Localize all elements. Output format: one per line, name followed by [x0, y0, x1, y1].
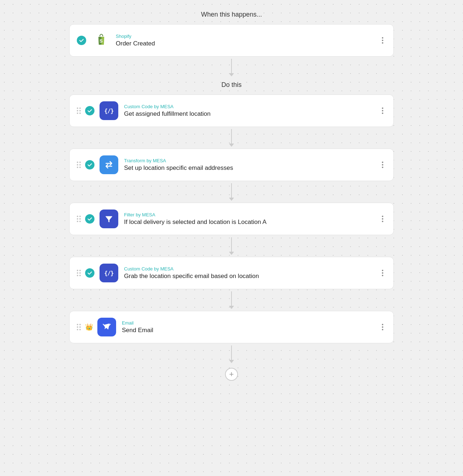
- menu-dot: [382, 275, 383, 276]
- menu-dot: [382, 42, 383, 44]
- card-title: Grab the location specific email based o…: [124, 273, 379, 280]
- card-text: EmailSend Email: [122, 320, 379, 334]
- menu-dot: [382, 216, 383, 217]
- menu-dot: [382, 218, 383, 220]
- steps-container: {/}Custom Code by MESAGet assigned fulfi…: [69, 94, 394, 365]
- arrow-line: [231, 345, 232, 360]
- arrow-line: [231, 237, 232, 252]
- arrow-head: [229, 198, 234, 201]
- trigger-card-menu[interactable]: [379, 34, 386, 47]
- menu-dot: [382, 324, 383, 325]
- check-icon: [87, 162, 92, 167]
- arrow-connector-4: [229, 289, 234, 311]
- shopify-icon: S: [91, 31, 110, 50]
- code-icon: {/}: [100, 264, 118, 282]
- card-text: Custom Code by MESAGet assigned fulfillm…: [124, 104, 379, 118]
- card-title: Set up location specific email addresses: [124, 164, 379, 172]
- menu-dot: [382, 40, 383, 41]
- card-title: If local delivery is selected and locati…: [124, 219, 379, 226]
- menu-dot: [382, 329, 383, 330]
- step-card-1[interactable]: {/}Custom Code by MESAGet assigned fulfi…: [69, 94, 394, 127]
- arrow-line: [231, 183, 232, 198]
- arrow-head: [229, 360, 234, 363]
- menu-dot: [382, 164, 383, 166]
- arrow-connector-2: [229, 181, 234, 203]
- arrow-line: [231, 59, 232, 73]
- trigger-card-subtitle: Shopify: [116, 34, 379, 39]
- drag-handle[interactable]: [77, 107, 81, 114]
- email-symbol: [102, 322, 112, 332]
- check-icon: [87, 270, 92, 276]
- card-menu-button[interactable]: [379, 267, 386, 279]
- trigger-card-text: Shopify Order Created: [116, 34, 379, 47]
- add-step-button[interactable]: +: [225, 368, 238, 381]
- arrow-head: [229, 144, 234, 147]
- check-badge: [85, 160, 94, 169]
- arrow-connector-5: [229, 343, 234, 365]
- card-title: Send Email: [122, 327, 379, 334]
- card-menu-button[interactable]: [379, 321, 386, 333]
- menu-dot: [382, 110, 383, 111]
- crown-icon: 👑: [85, 323, 93, 331]
- arrow-connector-0: [229, 57, 234, 78]
- check-badge: [85, 214, 94, 224]
- transform-icon: [100, 155, 118, 174]
- arrow-head: [229, 73, 234, 76]
- check-icon: [87, 108, 92, 113]
- card-subtitle: Transform by MESA: [124, 158, 379, 163]
- drag-handle[interactable]: [77, 324, 81, 330]
- shopify-logo: S: [93, 32, 109, 48]
- arrow-connector-3: [229, 235, 234, 257]
- arrow-line: [231, 291, 232, 306]
- code-symbol: {/}: [104, 270, 114, 277]
- drag-handle[interactable]: [77, 216, 81, 222]
- card-text: Transform by MESASet up location specifi…: [124, 158, 379, 172]
- menu-dot: [382, 37, 383, 39]
- card-text: Filter by MESAIf local delivery is selec…: [124, 212, 379, 226]
- step-card-5[interactable]: 👑EmailSend Email: [69, 311, 394, 343]
- arrow-connector-1: [229, 127, 234, 149]
- trigger-card-title: Order Created: [116, 40, 379, 47]
- card-subtitle: Custom Code by MESA: [124, 104, 379, 109]
- card-title: Get assigned fulfillment location: [124, 110, 379, 118]
- menu-dot: [382, 272, 383, 274]
- svg-text:S: S: [100, 38, 103, 44]
- code-symbol: {/}: [104, 107, 114, 114]
- check-icon: [87, 216, 92, 221]
- svg-point-2: [104, 160, 114, 170]
- filter-icon: [100, 210, 118, 228]
- menu-dot: [382, 162, 383, 163]
- check-badge: [85, 268, 94, 278]
- trigger-card[interactable]: S Shopify Order Created: [69, 24, 394, 57]
- drag-handle[interactable]: [77, 162, 81, 168]
- trigger-check-badge: [77, 36, 86, 45]
- menu-dot: [382, 107, 383, 109]
- card-text: Custom Code by MESAGrab the location spe…: [124, 266, 379, 280]
- transform-symbol: [104, 160, 114, 170]
- menu-dot: [382, 167, 383, 168]
- card-menu-button[interactable]: [379, 105, 386, 117]
- check-badge: [85, 106, 94, 115]
- step-card-2[interactable]: Transform by MESASet up location specifi…: [69, 149, 394, 181]
- drag-handle[interactable]: [77, 270, 81, 276]
- flow-container: When this happens... S: [69, 11, 394, 381]
- arrow-line: [231, 129, 232, 144]
- card-menu-button[interactable]: [379, 213, 386, 225]
- card-subtitle: Custom Code by MESA: [124, 266, 379, 272]
- code-icon: {/}: [100, 101, 118, 120]
- menu-dot: [382, 221, 383, 222]
- card-menu-button[interactable]: [379, 159, 386, 171]
- check-icon: [79, 38, 84, 43]
- menu-dot: [382, 270, 383, 271]
- do-this-label: Do this: [221, 81, 242, 89]
- arrow-head: [229, 252, 234, 255]
- menu-dot: [382, 113, 383, 114]
- filter-symbol: [104, 214, 114, 224]
- trigger-label: When this happens...: [201, 11, 262, 18]
- card-subtitle: Email: [122, 320, 379, 326]
- email-icon: [97, 318, 116, 336]
- menu-dot: [382, 326, 383, 328]
- arrow-head: [229, 306, 234, 309]
- step-card-3[interactable]: Filter by MESAIf local delivery is selec…: [69, 203, 394, 235]
- step-card-4[interactable]: {/}Custom Code by MESAGrab the location …: [69, 257, 394, 289]
